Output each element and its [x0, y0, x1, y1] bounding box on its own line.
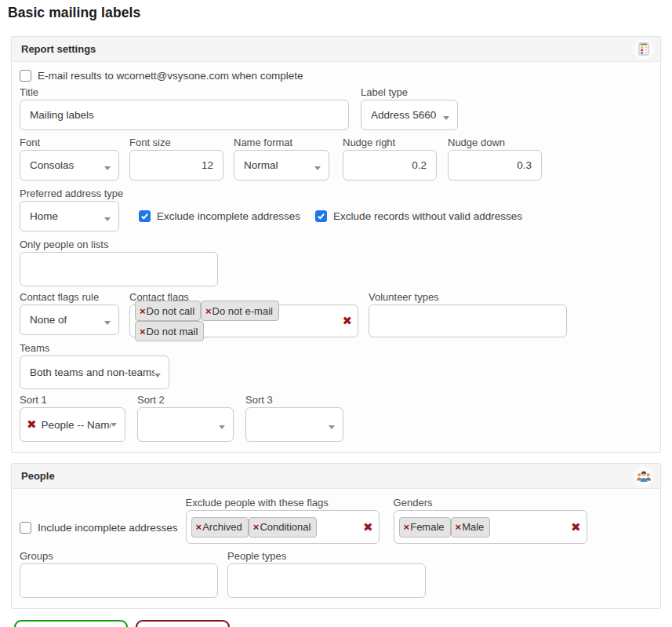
groups-field[interactable]	[20, 563, 218, 598]
people-body: Include incomplete addresses Exclude peo…	[12, 489, 660, 608]
people-title: People	[21, 470, 55, 482]
clear-exclude-flags-icon[interactable]: ✖	[363, 520, 373, 532]
label-type-label: Label type	[361, 86, 458, 98]
volunteer-types-label: Volunteer types	[369, 291, 567, 303]
clear-contact-flags-icon[interactable]: ✖	[342, 315, 352, 326]
contact-flags-rule-dropdown[interactable]: None of	[20, 304, 119, 335]
sort1-label: Sort 1	[20, 394, 125, 406]
chevron-down-icon	[314, 166, 321, 170]
include-incomplete-label: Include incomplete addresses	[38, 522, 178, 534]
remove-chip-icon[interactable]: ×	[253, 521, 260, 533]
clear-sort1-icon[interactable]: ✖	[27, 417, 37, 432]
people-icon	[634, 466, 654, 487]
exclude-invalid-label: Exclude records without valid addresses	[333, 210, 522, 222]
remove-chip-icon[interactable]: ×	[456, 521, 462, 533]
font-size-input[interactable]	[129, 150, 223, 180]
nudge-down-input[interactable]	[448, 150, 542, 180]
report-settings-body: E-mail results to wcornett@vsysone.com w…	[12, 62, 660, 452]
font-dropdown[interactable]: Consolas	[20, 150, 119, 180]
preferred-address-type-dropdown[interactable]: Home	[20, 201, 119, 231]
sort2-dropdown[interactable]	[137, 407, 234, 442]
include-incomplete-checkbox-box[interactable]	[20, 522, 31, 534]
nudge-right-input[interactable]	[343, 150, 437, 180]
exclude-invalid-checkbox[interactable]: Exclude records without valid addresses	[315, 210, 522, 222]
groups-label: Groups	[20, 550, 218, 562]
chip[interactable]: ×Do not mail	[135, 321, 204, 341]
chip[interactable]: ×Conditional	[249, 517, 318, 538]
email-results-checkbox[interactable]: E-mail results to wcornett@vsysone.com w…	[20, 70, 651, 82]
remove-chip-icon[interactable]: ×	[404, 521, 410, 533]
people-types-label: People types	[227, 550, 426, 562]
font-label: Font	[20, 137, 119, 148]
mailing-labels-icon	[634, 39, 654, 60]
chevron-down-icon	[329, 425, 335, 429]
volunteer-types-field[interactable]	[369, 304, 567, 337]
sort3-label: Sort 3	[245, 394, 343, 406]
chevron-down-icon	[104, 166, 111, 170]
report-settings-title: Report settings	[21, 43, 96, 55]
chip[interactable]: ×Male	[451, 517, 491, 538]
remove-chip-icon[interactable]: ×	[140, 305, 146, 317]
chip[interactable]: ×Female	[399, 517, 451, 538]
exclude-incomplete-label: Exclude incomplete addresses	[157, 210, 300, 222]
nudge-down-label: Nudge down	[448, 137, 542, 148]
remove-chip-icon[interactable]: ×	[196, 521, 202, 533]
genders-label: Genders	[394, 497, 587, 509]
report-settings-panel: Report settings E-mail results to wcorne…	[11, 36, 661, 453]
exclude-incomplete-checkbox-box[interactable]	[139, 210, 151, 222]
action-buttons: Run labels Cancel	[14, 620, 672, 627]
chevron-down-icon	[219, 425, 225, 429]
genders-field[interactable]: ×Female×Male ✖	[394, 510, 587, 544]
title-input[interactable]	[20, 100, 349, 130]
only-people-on-lists-label: Only people on lists	[20, 239, 218, 250]
name-format-dropdown[interactable]: Normal	[234, 150, 329, 180]
exclude-flags-field[interactable]: ×Archived×Conditional ✖	[186, 510, 380, 544]
label-type-dropdown[interactable]: Address 5660	[361, 100, 458, 130]
email-results-label: E-mail results to wcornett@vsysone.com w…	[38, 70, 303, 82]
run-labels-button[interactable]: Run labels	[14, 620, 128, 627]
people-panel: People Include incomplete addresses	[11, 463, 661, 609]
exclude-flags-label: Exclude people with these flags	[186, 497, 380, 509]
only-people-on-lists-field[interactable]	[20, 252, 218, 286]
include-incomplete-checkbox[interactable]: Include incomplete addresses	[20, 522, 178, 534]
chip[interactable]: ×Do not call	[135, 301, 201, 321]
remove-chip-icon[interactable]: ×	[140, 326, 146, 337]
chip[interactable]: ×Do not e-mail	[201, 301, 279, 321]
report-settings-header: Report settings	[12, 37, 660, 62]
contact-flags-rule-label: Contact flags rule	[20, 291, 119, 303]
chevron-down-icon	[443, 116, 449, 120]
clear-genders-icon[interactable]: ✖	[571, 520, 581, 532]
title-label: Title	[20, 86, 349, 98]
exclude-incomplete-checkbox[interactable]: Exclude incomplete addresses	[139, 210, 300, 222]
sort1-dropdown[interactable]: ✖ People -- Name	[20, 407, 125, 442]
chevron-down-icon	[104, 217, 111, 221]
nudge-right-label: Nudge right	[343, 137, 437, 148]
people-header: People	[12, 464, 660, 489]
remove-chip-icon[interactable]: ×	[205, 305, 212, 317]
teams-label: Teams	[20, 342, 169, 354]
exclude-invalid-checkbox-box[interactable]	[315, 210, 327, 222]
people-types-field[interactable]	[227, 563, 426, 598]
sort3-dropdown[interactable]	[245, 407, 343, 442]
chip[interactable]: ×Archived	[191, 517, 249, 538]
chevron-down-icon	[154, 374, 161, 377]
email-results-checkbox-box[interactable]	[20, 70, 31, 82]
contact-flags-field[interactable]: ×Do not call×Do not e-mail×Do not mail ✖	[129, 304, 358, 337]
cancel-button[interactable]: Cancel	[136, 620, 230, 627]
page-title: Basic mailing labels	[8, 5, 672, 21]
preferred-address-type-label: Preferred address type	[20, 188, 119, 199]
sort2-label: Sort 2	[137, 394, 234, 406]
name-format-label: Name format	[234, 137, 329, 148]
font-size-label: Font size	[129, 137, 223, 148]
teams-dropdown[interactable]: Both teams and non-teams	[20, 355, 169, 389]
chevron-down-icon	[111, 423, 117, 427]
chevron-down-icon	[104, 321, 111, 325]
